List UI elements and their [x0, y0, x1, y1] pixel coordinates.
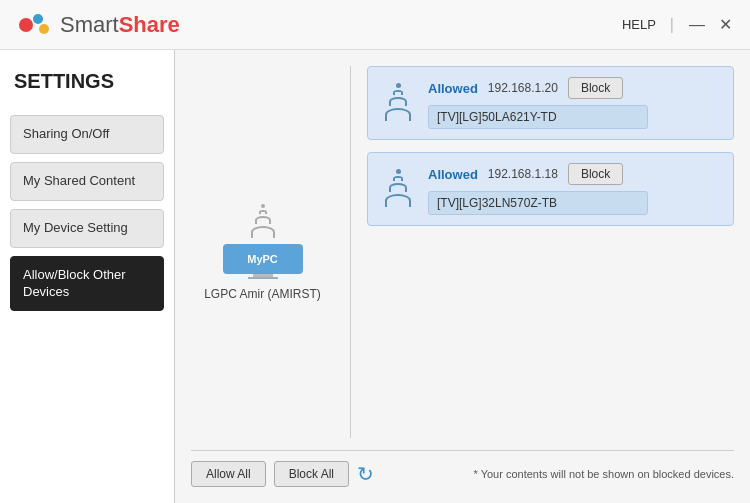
wifi-arc-small — [259, 210, 267, 214]
titlebar-separator: | — [670, 16, 674, 34]
allowed-label-1: Allowed — [428, 167, 478, 182]
device-card-1: Allowed 192.168.1.18 Block [TV][LG]32LN5… — [367, 152, 734, 226]
warc1-0 — [393, 90, 403, 95]
device-ip-0: 192.168.1.20 — [488, 81, 558, 95]
warc3-0 — [385, 108, 411, 121]
warc2-0 — [389, 97, 407, 106]
device-wifi-icon-1 — [380, 169, 416, 209]
refresh-icon[interactable]: ↻ — [357, 462, 374, 486]
device-info-top-1: Allowed 192.168.1.18 Block — [428, 163, 721, 185]
device-info-top-0: Allowed 192.168.1.20 Block — [428, 77, 721, 99]
svg-point-1 — [33, 14, 43, 24]
warc3-1 — [385, 194, 411, 207]
svg-point-2 — [39, 24, 49, 34]
close-button[interactable]: ✕ — [716, 16, 734, 34]
monitor: MyPC — [223, 244, 303, 274]
wifi-arcs-above — [251, 204, 275, 240]
sidebar-item-my-device-setting[interactable]: My Device Setting — [10, 209, 164, 248]
minimize-button[interactable]: — — [688, 16, 706, 34]
mypc-monitor-label: MyPC — [247, 253, 278, 265]
app-title: SmartShare — [60, 12, 180, 38]
device-ip-1: 192.168.1.18 — [488, 167, 558, 181]
bottom-bar: Allow All Block All ↻ * Your contents wi… — [191, 450, 734, 487]
device-card-0: Allowed 192.168.1.20 Block [TV][LG]50LA6… — [367, 66, 734, 140]
bottom-note: * Your contents will not be shown on blo… — [474, 468, 735, 480]
mypc-device-name: LGPC Amir (AMIRST) — [204, 287, 321, 301]
tv-list: Allowed 192.168.1.20 Block [TV][LG]50LA6… — [367, 66, 734, 438]
warc-dot-0 — [396, 83, 401, 88]
device-name-0: [TV][LG]50LA621Y-TD — [428, 105, 648, 129]
device-info-0: Allowed 192.168.1.20 Block [TV][LG]50LA6… — [428, 77, 721, 129]
wifi-arcs-1 — [385, 169, 411, 209]
monitor-base — [248, 277, 278, 279]
warc2-1 — [389, 183, 407, 192]
titlebar: SmartShare HELP | — ✕ — [0, 0, 750, 50]
app-logo: SmartShare — [16, 7, 180, 43]
sidebar-item-my-shared-content[interactable]: My Shared Content — [10, 162, 164, 201]
devices-panel: MyPC LGPC Amir (AMIRST) — [191, 66, 734, 438]
block-button-1[interactable]: Block — [568, 163, 623, 185]
block-all-button[interactable]: Block All — [274, 461, 349, 487]
device-info-1: Allowed 192.168.1.18 Block [TV][LG]32LN5… — [428, 163, 721, 215]
logo-icon — [16, 7, 52, 43]
device-wifi-icon-0 — [380, 83, 416, 123]
bottom-left-actions: Allow All Block All ↻ — [191, 461, 374, 487]
sidebar: SETTINGS Sharing On/Off My Shared Conten… — [0, 50, 175, 503]
mypc-icon: MyPC — [218, 204, 308, 279]
warc1-1 — [393, 176, 403, 181]
block-button-0[interactable]: Block — [568, 77, 623, 99]
sidebar-title: SETTINGS — [10, 70, 164, 93]
svg-point-0 — [19, 18, 33, 32]
allowed-label-0: Allowed — [428, 81, 478, 96]
mypc-section: MyPC LGPC Amir (AMIRST) — [191, 66, 351, 438]
sidebar-item-sharing-onoff[interactable]: Sharing On/Off — [10, 115, 164, 154]
sidebar-item-allow-block[interactable]: Allow/Block Other Devices — [10, 256, 164, 312]
wifi-dot-top — [261, 204, 265, 208]
titlebar-controls: HELP | — ✕ — [622, 16, 734, 34]
title-smart: Smart — [60, 12, 119, 37]
help-button[interactable]: HELP — [622, 17, 656, 32]
wifi-arc-large — [251, 226, 275, 238]
wifi-arcs-0 — [385, 83, 411, 123]
wifi-arc-medium — [255, 216, 271, 224]
allow-all-button[interactable]: Allow All — [191, 461, 266, 487]
device-name-1: [TV][LG]32LN570Z-TB — [428, 191, 648, 215]
content-area: MyPC LGPC Amir (AMIRST) — [175, 50, 750, 503]
title-share: Share — [119, 12, 180, 37]
main-layout: SETTINGS Sharing On/Off My Shared Conten… — [0, 50, 750, 503]
warc-dot-1 — [396, 169, 401, 174]
